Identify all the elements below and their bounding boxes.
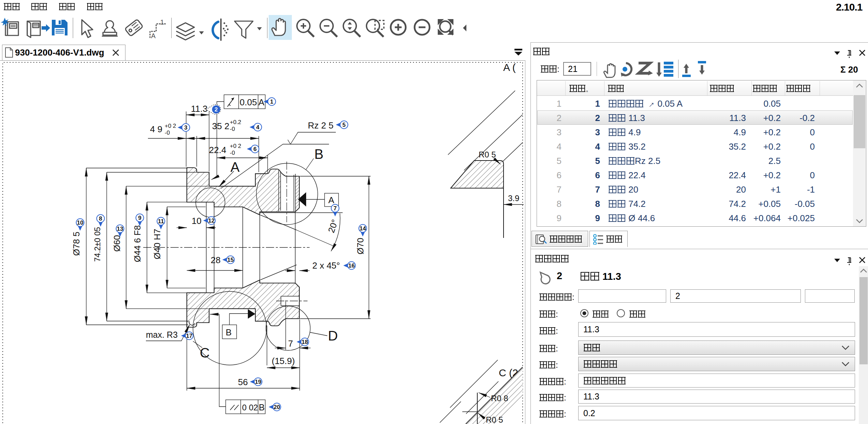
svg-text:8: 8 — [99, 215, 102, 222]
svg-text:B: B — [259, 402, 265, 412]
svg-text:R0 5: R0 5 — [486, 415, 503, 424]
svg-text:4: 4 — [256, 124, 259, 131]
svg-text:18: 18 — [302, 339, 308, 345]
svg-text:7: 7 — [333, 205, 336, 212]
svg-text:Rz 2 5: Rz 2 5 — [308, 120, 333, 131]
svg-text:11.3: 11.3 — [191, 104, 208, 114]
svg-text:13: 13 — [117, 226, 123, 232]
svg-text:+0 2: +0 2 — [165, 123, 176, 129]
svg-text:11: 11 — [158, 218, 164, 225]
svg-text:20°: 20° — [326, 218, 340, 234]
svg-text:28: 28 — [211, 255, 221, 265]
svg-text:3: 3 — [184, 124, 187, 131]
svg-text:+0 2: +0 2 — [230, 143, 241, 149]
svg-text:16: 16 — [348, 262, 355, 269]
svg-text:A (: A ( — [503, 62, 516, 73]
svg-text:20: 20 — [274, 404, 280, 410]
svg-text:7: 7 — [288, 338, 293, 349]
svg-text:15: 15 — [227, 257, 234, 263]
svg-text:A: A — [258, 97, 265, 107]
svg-text:10: 10 — [192, 216, 201, 226]
svg-text:Ø78 5: Ø78 5 — [71, 232, 81, 256]
svg-text:2: 2 — [214, 106, 218, 113]
svg-text:6: 6 — [253, 146, 256, 152]
svg-text:10: 10 — [77, 219, 84, 226]
svg-text:0.05: 0.05 — [240, 97, 257, 107]
svg-text:Ø60: Ø60 — [112, 235, 122, 252]
svg-text:5: 5 — [342, 122, 345, 128]
svg-text:R0 5: R0 5 — [479, 150, 496, 159]
svg-text:(15.9): (15.9) — [272, 356, 295, 366]
svg-text:74.2±0 05: 74.2±0 05 — [93, 227, 102, 262]
svg-text:14: 14 — [360, 225, 366, 232]
svg-text:R0 8: R0 8 — [491, 394, 508, 403]
svg-text:max. R3: max. R3 — [146, 330, 178, 339]
svg-text:D: D — [328, 328, 338, 343]
svg-text:2 x 45°: 2 x 45° — [312, 260, 340, 271]
svg-text:A: A — [151, 32, 156, 40]
svg-text:C: C — [200, 345, 210, 360]
svg-text:1: 1 — [160, 18, 164, 26]
svg-text:0 02: 0 02 — [242, 403, 258, 412]
svg-text:A: A — [328, 195, 334, 205]
svg-text:3.9: 3.9 — [508, 194, 519, 203]
svg-text:9: 9 — [138, 215, 141, 221]
svg-text:17: 17 — [186, 333, 193, 339]
svg-text:B: B — [226, 327, 231, 337]
svg-text:-0: -0 — [230, 150, 235, 156]
svg-text:-0: -0 — [230, 126, 235, 132]
svg-text:A: A — [230, 160, 240, 175]
svg-text:1: 1 — [270, 99, 273, 105]
svg-text:56: 56 — [238, 377, 248, 387]
svg-text:Ø70: Ø70 — [355, 238, 365, 254]
svg-text:4 9: 4 9 — [150, 124, 162, 134]
svg-text:12: 12 — [208, 217, 215, 224]
svg-text:-0: -0 — [165, 130, 170, 136]
svg-text:35 2: 35 2 — [212, 121, 229, 131]
svg-text:+0.2: +0.2 — [230, 119, 241, 125]
svg-text:B: B — [314, 147, 324, 162]
svg-text:22.4: 22.4 — [209, 145, 226, 155]
svg-text:Ø44 6 F8: Ø44 6 F8 — [132, 225, 143, 262]
svg-text:Ø40 H7: Ø40 H7 — [152, 229, 162, 259]
svg-text:19: 19 — [255, 379, 261, 385]
